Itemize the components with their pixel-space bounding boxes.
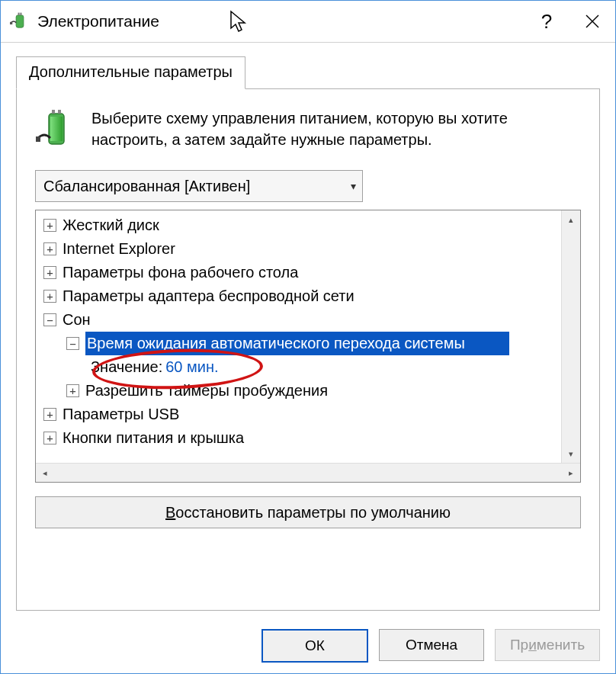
svg-rect-7	[52, 110, 55, 114]
cancel-button[interactable]: Отмена	[379, 629, 484, 661]
settings-tree-scroll[interactable]: + Жесткий диск + Internet Explorer + Пар…	[36, 210, 580, 463]
svg-rect-3	[10, 22, 12, 24]
restore-defaults-button[interactable]: Восстановить параметры по умолчанию	[35, 496, 581, 528]
tab-content: Выберите схему управления питанием, кото…	[16, 88, 600, 611]
tree-item-wireless[interactable]: + Параметры адаптера беспроводной сети	[40, 284, 577, 308]
tab-header: Дополнительные параметры	[16, 56, 600, 89]
titlebar: Электропитание ?	[1, 1, 615, 43]
power-options-dialog: Электропитание ? Дополнительные параметр…	[0, 0, 616, 674]
tree-item-sleep[interactable]: − Сон	[40, 308, 577, 332]
svg-rect-1	[18, 13, 20, 15]
help-button[interactable]: ?	[524, 1, 569, 42]
collapse-icon[interactable]: −	[66, 337, 79, 350]
ok-button[interactable]: ОК	[261, 629, 368, 663]
tree-item-hard-disk[interactable]: + Жесткий диск	[40, 213, 577, 237]
expand-icon[interactable]: +	[66, 384, 79, 397]
dialog-body: Дополнительные параметры	[1, 43, 615, 621]
svg-rect-8	[58, 110, 61, 114]
scroll-left-icon[interactable]: ◂	[36, 464, 54, 482]
scroll-down-icon[interactable]: ▾	[562, 445, 580, 463]
window-title: Электропитание	[37, 12, 524, 30]
tree-item-usb[interactable]: + Параметры USB	[40, 403, 577, 426]
expand-icon[interactable]: +	[43, 290, 56, 303]
restore-defaults-label: Восстановить параметры по умолчанию	[165, 504, 451, 522]
title-buttons: ?	[524, 1, 615, 42]
chevron-down-icon: ▾	[351, 180, 356, 192]
power-plan-selected: Сбалансированная [Активен]	[43, 178, 250, 195]
expand-icon[interactable]: +	[43, 432, 56, 445]
close-button[interactable]	[569, 1, 615, 42]
horizontal-scrollbar[interactable]: ◂ ▸	[36, 463, 580, 482]
svg-rect-10	[36, 136, 40, 142]
svg-rect-2	[20, 13, 21, 15]
battery-icon	[35, 108, 78, 150]
tree-item-wake-timers[interactable]: + Разрешить таймеры пробуждения	[40, 379, 577, 403]
tree-item-wallpaper[interactable]: + Параметры фона рабочего стола	[40, 261, 577, 284]
apply-button[interactable]: Применить	[495, 629, 600, 661]
svg-rect-9	[50, 117, 63, 141]
apply-label: Применить	[510, 637, 585, 653]
expand-icon[interactable]: +	[43, 408, 56, 421]
expand-icon[interactable]: +	[43, 266, 56, 279]
tab-advanced[interactable]: Дополнительные параметры	[16, 56, 245, 89]
power-icon	[10, 11, 30, 31]
tree-item-sleep-timeout[interactable]: − Время ожидания автоматического переход…	[40, 332, 577, 355]
expand-icon[interactable]: +	[43, 242, 56, 255]
dialog-footer: ОК Отмена Применить	[1, 621, 615, 673]
tree-item-buttons-lid[interactable]: + Кнопки питания и крышка	[40, 426, 577, 450]
tree-item-ie[interactable]: + Internet Explorer	[40, 237, 577, 261]
collapse-icon[interactable]: −	[43, 313, 56, 326]
sleep-timeout-value[interactable]: 60 мин.	[165, 355, 218, 379]
svg-rect-0	[16, 15, 24, 27]
scroll-right-icon[interactable]: ▸	[562, 464, 580, 482]
intro-text: Выберите схему управления питанием, кото…	[91, 108, 581, 150]
scroll-up-icon[interactable]: ▴	[562, 210, 580, 229]
expand-icon[interactable]: +	[43, 219, 56, 232]
tree-item-value[interactable]: Значение: 60 мин.	[40, 355, 577, 379]
intro-row: Выберите схему управления питанием, кото…	[35, 108, 581, 150]
close-icon	[586, 14, 599, 28]
power-plan-select[interactable]: Сбалансированная [Активен] ▾	[35, 170, 363, 202]
settings-tree-container: + Жесткий диск + Internet Explorer + Пар…	[35, 210, 581, 483]
vertical-scrollbar[interactable]: ▴ ▾	[561, 210, 580, 463]
